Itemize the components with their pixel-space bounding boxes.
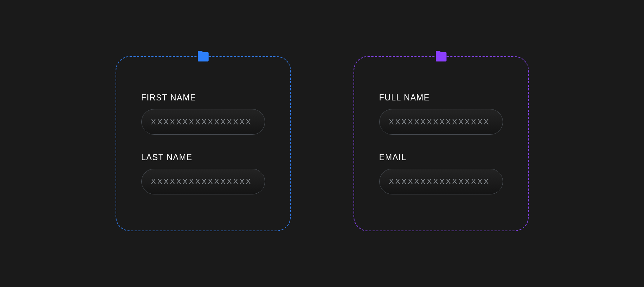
canvas: FIRST NAME LAST NAME FULL NAME EMAIL [0, 0, 644, 287]
folder-icon [434, 49, 449, 63]
full-name-label: FULL NAME [379, 93, 503, 103]
card-right: FULL NAME EMAIL [353, 56, 529, 231]
email-input[interactable] [379, 169, 503, 194]
last-name-label: LAST NAME [141, 153, 265, 162]
field-email: EMAIL [379, 153, 503, 194]
field-full-name: FULL NAME [379, 93, 503, 135]
last-name-input[interactable] [141, 169, 265, 194]
folder-icon [196, 49, 211, 63]
field-last-name: LAST NAME [141, 153, 265, 194]
full-name-input[interactable] [379, 109, 503, 135]
folder-icon-svg [196, 49, 211, 63]
card-left: FIRST NAME LAST NAME [116, 56, 291, 231]
first-name-label: FIRST NAME [141, 93, 265, 103]
email-label: EMAIL [379, 153, 503, 162]
first-name-input[interactable] [141, 109, 265, 135]
field-first-name: FIRST NAME [141, 93, 265, 135]
folder-icon-svg [434, 49, 449, 63]
